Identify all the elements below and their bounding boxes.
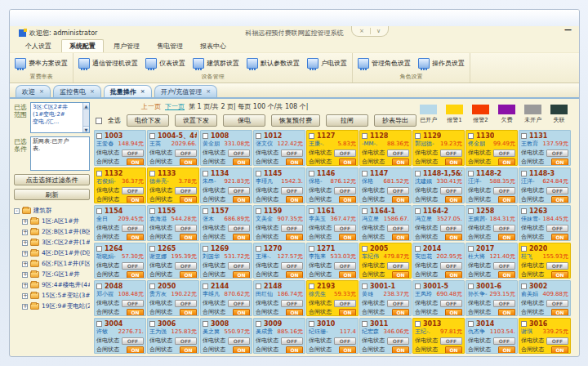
protect-off-toggle[interactable]: OFF: [493, 300, 515, 307]
switch-on-toggle[interactable]: ON: [180, 346, 197, 354]
collapse-icon[interactable]: -: [14, 208, 20, 214]
card-checkbox[interactable]: [521, 283, 527, 289]
protect-off-toggle[interactable]: OFF: [546, 187, 568, 194]
close-icon[interactable]: ×: [206, 88, 211, 95]
refresh-button[interactable]: 刷新: [14, 189, 90, 200]
meter-card[interactable]: 3011纪宏森346.06元保电状态OFF合闸状态ON: [359, 318, 412, 354]
switch-on-toggle[interactable]: ON: [392, 346, 409, 354]
protect-off-toggle[interactable]: OFF: [440, 262, 462, 270]
card-checkbox[interactable]: [96, 321, 102, 327]
toolbar-button-5[interactable]: 抄表导出: [374, 114, 416, 127]
tree-node-7[interactable]: +15区:5#变站(3#变: [22, 292, 90, 300]
meter-card[interactable]: 1164-2冯立星3527.05.保电状态OFF合闸状态ON: [412, 205, 465, 241]
meter-card[interactable]: 1130佟金朋99.49元保电状态OFF合闸状态ON: [466, 130, 518, 166]
card-checkbox[interactable]: [468, 133, 474, 139]
protect-off-toggle[interactable]: OFF: [175, 337, 197, 345]
card-checkbox[interactable]: [149, 283, 155, 289]
switch-on-toggle[interactable]: ON: [392, 234, 409, 241]
tree-node-0[interactable]: +1区:A区1#井: [22, 217, 90, 225]
tenant-name-link[interactable]: 王为强: [149, 328, 167, 336]
ribbon-button[interactable]: 建筑群设置: [193, 58, 239, 69]
close-icon[interactable]: ×: [359, 28, 364, 34]
switch-on-toggle[interactable]: ON: [233, 158, 250, 166]
meter-card[interactable]: 2193徐先生59.33元保电状态OFF合闸状态ON: [306, 280, 359, 316]
listbox-scrollbar[interactable]: ▲ ▼: [82, 103, 89, 132]
card-checkbox[interactable]: [521, 321, 527, 327]
protect-off-toggle[interactable]: OFF: [281, 225, 303, 232]
card-checkbox[interactable]: [96, 246, 102, 252]
protect-off-toggle[interactable]: OFF: [122, 187, 144, 194]
tenant-name-link[interactable]: 文美金: [256, 215, 273, 223]
card-checkbox[interactable]: [415, 246, 421, 252]
meter-card[interactable]: 3001-6孙长争-293.15元保电状态OFF合闸状态ON: [466, 280, 518, 316]
tenant-name-link[interactable]: 王爱春: [96, 140, 114, 148]
meter-card[interactable]: 3014仇杰争1103.54.保电状态OFF合闸状态ON: [466, 318, 518, 354]
card-checkbox[interactable]: [309, 171, 314, 176]
card-checkbox[interactable]: [362, 171, 368, 176]
ribbon-button[interactable]: 费率方案设置: [15, 58, 68, 69]
tenant-name-link[interactable]: 谢亚娜: [149, 252, 167, 261]
meter-card[interactable]: 1131王教育137.59元保电状态OFF合闸状态ON: [519, 130, 571, 166]
meter-card[interactable]: 3001-5王凤玲690.48元保电状态OFF合闸状态ON: [412, 280, 465, 316]
switch-on-toggle[interactable]: ON: [551, 271, 568, 279]
card-checkbox[interactable]: [149, 171, 155, 176]
tenant-name-link[interactable]: 李美玉: [309, 215, 326, 223]
toolbar-button-2[interactable]: 保电: [223, 114, 265, 127]
tenant-name-link[interactable]: 朱昂-: [203, 177, 216, 185]
switch-on-toggle[interactable]: ON: [339, 346, 356, 354]
expand-icon[interactable]: +: [22, 272, 28, 278]
close-icon[interactable]: ×: [140, 88, 145, 95]
meter-card[interactable]: 1132右俊娟-36.37元保电状态OFF合闸状态ON: [94, 167, 146, 203]
menu-tab-0[interactable]: 个人设置: [18, 40, 59, 52]
selected-condition-box[interactable]: 新网表:已开户表.: [30, 136, 90, 171]
meter-card[interactable]: 2050贵方友190.22元保电状态OFF合闸状态ON: [147, 280, 199, 316]
protect-off-toggle[interactable]: OFF: [281, 150, 303, 157]
card-checkbox[interactable]: [362, 283, 368, 289]
expand-icon[interactable]: +: [22, 304, 28, 310]
protect-off-toggle[interactable]: OFF: [493, 150, 515, 157]
tenant-name-link[interactable]: 安思花: [415, 252, 432, 261]
protect-off-toggle[interactable]: OFF: [175, 150, 197, 157]
tenant-name-link[interactable]: 保格: [362, 177, 373, 185]
menu-tab-2[interactable]: 用户管理: [106, 40, 147, 52]
switch-on-toggle[interactable]: ON: [180, 158, 197, 166]
switch-on-toggle[interactable]: ON: [445, 158, 462, 166]
protect-off-toggle[interactable]: OFF: [387, 225, 409, 232]
meter-card[interactable]: 1164-1冯立星1586.67.保电状态OFF合闸状态ON: [359, 205, 412, 241]
meter-card[interactable]: 1003王爱春148.94元保电状态OFF合闸状态ON: [94, 130, 146, 166]
protect-off-toggle[interactable]: OFF: [546, 262, 568, 270]
doc-tab-2[interactable]: 批量操作×: [104, 85, 152, 97]
card-checkbox[interactable]: [309, 283, 314, 289]
protect-off-toggle[interactable]: OFF: [440, 337, 462, 345]
tenant-name-link[interactable]: 德井亮-: [149, 177, 169, 185]
tenant-name-link[interactable]: 王纪-.: [415, 328, 430, 336]
switch-on-toggle[interactable]: ON: [233, 234, 250, 241]
card-checkbox[interactable]: [203, 208, 208, 214]
meter-card[interactable]: 1155袁海港544.28元保电状态OFF合闸状态ON: [147, 205, 199, 241]
tenant-name-link[interactable]: 冯立星: [415, 215, 432, 223]
meter-card[interactable]: 1004-5、4#一王英2029.66.保电状态OFF合闸状态ON: [147, 130, 199, 166]
tenant-name-link[interactable]: 王教育: [521, 140, 538, 148]
meter-card[interactable]: 1128-MM-.88.36元保电状态OFF合闸状态ON: [359, 130, 412, 166]
card-checkbox[interactable]: [256, 133, 261, 139]
meter-card[interactable]: 2005车纪伟479.87元保电状态OFF合闸状态ON: [359, 243, 412, 279]
tenant-name-link[interactable]: 王廉-.: [309, 140, 324, 148]
switch-on-toggle[interactable]: ON: [339, 158, 356, 166]
card-checkbox[interactable]: [362, 208, 368, 214]
meter-card[interactable]: 1012张文仪122.42元保电状态OFF合闸状态ON: [253, 130, 305, 166]
tenant-name-link[interactable]: 郭冠德-: [415, 140, 434, 148]
card-checkbox[interactable]: [96, 171, 102, 176]
protect-off-toggle[interactable]: OFF: [228, 262, 250, 270]
switch-on-toggle[interactable]: ON: [498, 346, 515, 354]
switch-on-toggle[interactable]: ON: [180, 309, 197, 316]
meter-card[interactable]: 1157张木686.89元保电状态OFF合闸状态ON: [200, 205, 252, 241]
protect-off-toggle[interactable]: OFF: [387, 262, 409, 270]
select-all-checkbox[interactable]: [96, 118, 102, 124]
switch-on-toggle[interactable]: ON: [233, 309, 250, 316]
scroll-up-icon[interactable]: ▲: [83, 103, 89, 109]
protect-off-toggle[interactable]: OFF: [387, 337, 409, 345]
protect-off-toggle[interactable]: OFF: [546, 337, 568, 345]
tenant-name-link[interactable]: 冯立星: [362, 215, 379, 223]
choose-filter-button[interactable]: 点击选择过滤条件: [14, 174, 90, 185]
switch-on-toggle[interactable]: ON: [339, 271, 356, 279]
